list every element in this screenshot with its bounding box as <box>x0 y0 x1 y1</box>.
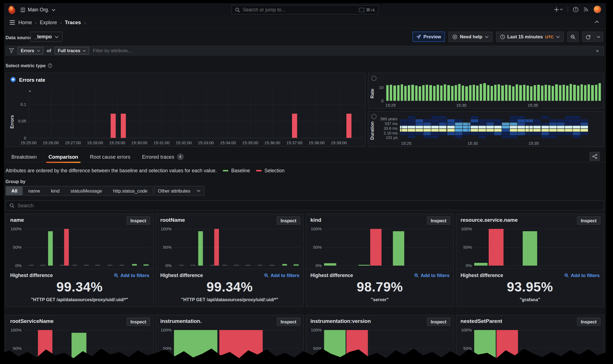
rate-bar[interactable] <box>454 85 457 101</box>
global-search[interactable]: ⌘+k <box>231 5 379 14</box>
scope-select-chip[interactable]: Full traces <box>55 47 89 54</box>
rate-bar[interactable] <box>570 84 572 101</box>
heatmap-cell[interactable] <box>518 129 525 132</box>
rate-metric-panel[interactable]: Rate 10015:2515:3015:35 <box>368 73 604 108</box>
heatmap-cell[interactable] <box>455 132 463 135</box>
baseline-bar[interactable] <box>523 231 537 266</box>
selection-bar[interactable] <box>64 229 69 266</box>
inspect-button[interactable]: Inspect <box>427 318 451 326</box>
add-to-filters-link[interactable]: Add to filters <box>564 273 600 278</box>
inspect-button[interactable]: Inspect <box>277 318 300 326</box>
rate-bar[interactable] <box>386 85 389 101</box>
baseline-bar[interactable] <box>282 264 287 266</box>
user-avatar[interactable] <box>594 6 601 13</box>
tab-root-cause-errors[interactable]: Root cause errors <box>89 151 131 162</box>
errors-rate-panel[interactable]: Errors rate Errors 15:25:0015:26:0015:27… <box>6 73 366 147</box>
group-by-http.status_code[interactable]: http.status_code <box>108 186 153 195</box>
heatmap-cell[interactable] <box>541 126 549 128</box>
baseline-bar[interactable] <box>324 263 336 266</box>
group-by-all[interactable]: All <box>6 186 23 195</box>
rate-bar[interactable] <box>473 85 475 101</box>
heatmap-cell[interactable] <box>502 126 510 128</box>
selection-bar[interactable] <box>489 229 504 266</box>
heatmap-cell[interactable] <box>408 119 415 122</box>
tab-errored-traces[interactable]: Errored traces4 <box>141 151 184 162</box>
heatmap-cell[interactable] <box>439 126 447 128</box>
preview-button[interactable]: Preview <box>412 32 445 42</box>
heatmap-cell[interactable] <box>494 129 502 132</box>
rate-bar[interactable] <box>394 86 396 101</box>
heatmap-cell[interactable] <box>416 126 423 128</box>
heatmap-cell[interactable] <box>510 129 517 132</box>
rate-bar[interactable] <box>419 86 421 101</box>
inspect-button[interactable]: Inspect <box>577 216 600 225</box>
inspect-button[interactable]: Inspect <box>277 216 300 225</box>
heatmap-cell[interactable] <box>463 132 470 135</box>
rate-bar[interactable] <box>437 85 439 101</box>
rate-bar[interactable] <box>566 86 568 101</box>
rate-bar[interactable] <box>588 84 590 101</box>
heatmap-cell[interactable] <box>478 126 486 128</box>
rate-bar[interactable] <box>523 85 525 101</box>
refresh-button[interactable] <box>582 32 594 42</box>
errors-rate-radio[interactable] <box>11 77 16 82</box>
add-to-filters-link[interactable]: Add to filters <box>114 273 149 278</box>
datasource-picker[interactable]: _tempo <box>31 32 63 42</box>
minor-bar[interactable] <box>40 265 45 266</box>
heatmap-cell[interactable] <box>580 119 588 122</box>
heatmap-cell[interactable] <box>494 119 502 122</box>
heatmap-cell[interactable] <box>502 132 510 135</box>
heatmap-cell[interactable] <box>486 132 494 135</box>
heatmap-cell[interactable] <box>400 126 407 128</box>
baseline-bar[interactable] <box>393 231 404 266</box>
heatmap-cell[interactable] <box>439 132 447 135</box>
rate-bar[interactable] <box>516 84 518 101</box>
rate-bar[interactable] <box>555 84 558 101</box>
group-by-statusmessage[interactable]: statusMessage <box>65 186 108 195</box>
baseline-bar[interactable] <box>198 231 203 266</box>
heatmap-cell[interactable] <box>533 119 541 122</box>
duration-metric-panel[interactable]: Duration 585 years537 ms33.6 ms2.10 ms13… <box>368 111 604 147</box>
heatmap-cell[interactable] <box>565 132 572 135</box>
minor-bar[interactable] <box>245 265 250 266</box>
rate-bar[interactable] <box>580 84 583 101</box>
rate-bar[interactable] <box>480 84 482 101</box>
rate-bar[interactable] <box>537 85 540 101</box>
heatmap-cell[interactable] <box>580 129 588 132</box>
heatmap-cell[interactable] <box>431 119 439 122</box>
heatmap-cell[interactable] <box>471 126 478 128</box>
selection-bar[interactable] <box>370 229 382 266</box>
rate-bar[interactable] <box>595 85 597 101</box>
news-icon[interactable] <box>583 7 589 12</box>
comparison-panel-rootName[interactable]: rootNameInspect100%50%0%Highest differen… <box>155 214 304 307</box>
menu-toggle-button[interactable] <box>9 20 15 25</box>
heatmap-cell[interactable] <box>408 126 415 128</box>
minor-bar[interactable] <box>223 265 227 266</box>
attribute-search[interactable] <box>6 200 604 211</box>
comparison-panel-resource-service-name[interactable]: resource.service.nameInspect100%50%0%Hig… <box>456 214 604 307</box>
heatmap-cell[interactable] <box>424 119 431 122</box>
error-bar[interactable] <box>111 113 116 138</box>
rate-bar[interactable] <box>444 84 446 101</box>
baseline-bar[interactable] <box>132 264 137 266</box>
heatmap-cell[interactable] <box>580 126 588 128</box>
heatmap-cell[interactable] <box>573 126 580 128</box>
heatmap-cell[interactable] <box>400 132 407 135</box>
inspect-button[interactable]: Inspect <box>577 318 600 326</box>
baseline-bar[interactable] <box>359 265 370 266</box>
heatmap-cell[interactable] <box>463 126 470 128</box>
zoom-out-button[interactable] <box>567 32 579 42</box>
heatmap-cell[interactable] <box>573 132 580 135</box>
heatmap-cell[interactable] <box>565 126 572 128</box>
heatmap-cell[interactable] <box>439 116 447 119</box>
breadcrumb-item-home[interactable]: Home <box>18 19 32 25</box>
heatmap-cell[interactable] <box>541 132 549 135</box>
heatmap-cell[interactable] <box>502 129 510 132</box>
minor-bar[interactable] <box>29 265 34 266</box>
heatmap-cell[interactable] <box>447 129 454 132</box>
heatmap-cell[interactable] <box>431 126 439 128</box>
rate-bar[interactable] <box>494 85 497 101</box>
heatmap-cell[interactable] <box>424 126 431 128</box>
heatmap-cell[interactable] <box>431 129 439 132</box>
rate-bar[interactable] <box>599 83 601 101</box>
